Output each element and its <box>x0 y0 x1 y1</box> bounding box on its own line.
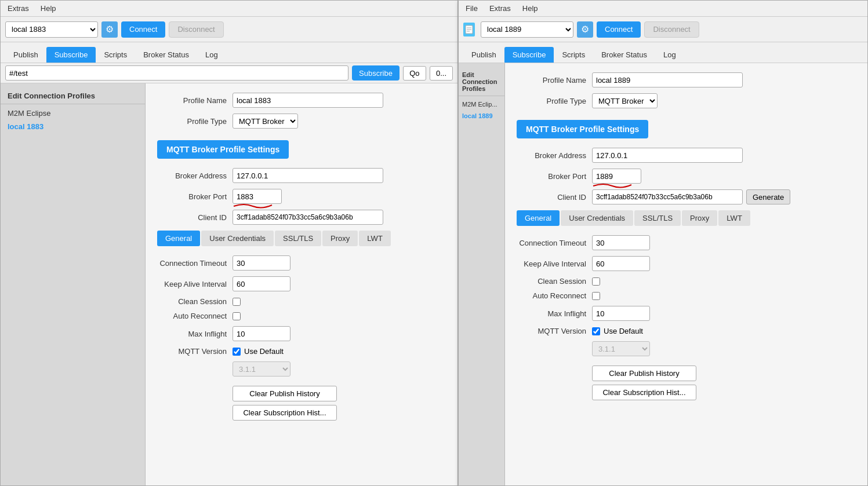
client-id-input-right[interactable] <box>592 189 743 204</box>
subtab-lwt-right[interactable]: LWT <box>718 210 750 226</box>
keep-alive-input-right[interactable] <box>592 256 650 271</box>
sidebar-item-eclipse-right[interactable]: M2M Eclip... <box>459 98 504 110</box>
keep-alive-input-left[interactable] <box>233 276 290 291</box>
disconnect-button-left[interactable]: Disconnect <box>169 21 223 38</box>
profile-name-input-right[interactable] <box>592 72 743 87</box>
broker-address-input-right[interactable] <box>592 148 743 163</box>
menu-help-right[interactable]: Help <box>520 3 540 14</box>
subtab-ssl-right[interactable]: SSL/TLS <box>634 210 681 226</box>
subtab-ssl-left[interactable]: SSL/TLS <box>275 231 321 246</box>
mqtt-version-select-left[interactable]: 3.1.1 <box>233 361 290 377</box>
auto-reconnect-checkbox-left[interactable] <box>233 312 241 320</box>
broker-address-row-left: Broker Address <box>157 168 446 183</box>
sidebar-item-eclipse-left[interactable]: M2M Eclipse <box>1 107 145 120</box>
broker-port-row-left: Broker Port <box>157 189 446 204</box>
mqtt-version-select-right[interactable]: 3.1.1 <box>592 341 650 356</box>
main-content-right: Profile Name Profile Type MQTT Broker MQ… <box>505 63 867 485</box>
tab-publish-right[interactable]: Publish <box>463 47 504 63</box>
broker-address-row-right: Broker Address <box>517 148 856 163</box>
window-right: File Extras Help local 1889 ⚙ Connect Di… <box>458 0 868 486</box>
mqtt-version-label-right: MQTT Version <box>517 327 592 335</box>
connect-button-left[interactable]: Connect <box>121 21 165 38</box>
mqtt-version-checkbox-right[interactable] <box>592 327 600 335</box>
auto-reconnect-checkbox-right[interactable] <box>592 292 600 300</box>
clean-session-checkbox-right[interactable] <box>592 277 600 286</box>
broker-port-row-right: Broker Port <box>517 169 856 184</box>
menu-help-left[interactable]: Help <box>38 3 59 14</box>
max-inflight-input-left[interactable] <box>233 326 290 341</box>
tab-broker-status-right[interactable]: Broker Status <box>593 47 655 63</box>
broker-address-input-left[interactable] <box>233 168 383 183</box>
tab-scripts-left[interactable]: Scripts <box>96 47 135 63</box>
section-header-left: MQTT Broker Profile Settings <box>157 134 446 168</box>
max-inflight-row-right: Max Inflight <box>517 306 856 321</box>
tab-log-right[interactable]: Log <box>655 47 684 63</box>
subscribe-options-left[interactable]: 0... <box>430 66 453 81</box>
section-header-right: MQTT Broker Profile Settings <box>517 114 856 148</box>
client-id-input-left[interactable] <box>233 210 383 225</box>
broker-port-input-left[interactable] <box>233 189 282 204</box>
connection-dropdown-left[interactable]: local 1883 <box>5 21 98 38</box>
conn-timeout-input-left[interactable] <box>233 255 290 271</box>
max-inflight-row-left: Max Inflight <box>157 326 446 341</box>
connect-button-right[interactable]: Connect <box>597 21 641 38</box>
conn-timeout-input-right[interactable] <box>592 235 650 250</box>
generate-button-right[interactable]: Generate <box>746 189 790 204</box>
clean-session-label-left: Clean Session <box>157 297 233 306</box>
subtab-proxy-left[interactable]: Proxy <box>322 231 358 246</box>
tab-log-left[interactable]: Log <box>197 47 226 63</box>
broker-port-wrapper-right <box>592 169 641 184</box>
subscribe-qos-left[interactable]: Qo <box>403 66 426 81</box>
tab-subscribe-right[interactable]: Subscribe <box>504 47 554 63</box>
max-inflight-input-right[interactable] <box>592 306 650 321</box>
section-header-text-right: MQTT Broker Profile Settings <box>517 120 648 138</box>
mqtt-version-row-right: MQTT Version Use Default <box>517 327 856 335</box>
auto-reconnect-label-left: Auto Reconnect <box>157 312 233 320</box>
subtab-credentials-right[interactable]: User Credentials <box>561 210 633 226</box>
subtab-credentials-left[interactable]: User Credentials <box>201 231 274 246</box>
menu-file-right[interactable]: File <box>463 3 480 14</box>
content-area-left: Edit Connection Profiles M2M Eclipse loc… <box>1 83 457 485</box>
section-header-text-left: MQTT Broker Profile Settings <box>157 140 289 159</box>
broker-port-input-right[interactable] <box>592 169 641 184</box>
gear-button-left[interactable]: ⚙ <box>101 21 118 38</box>
tab-publish-left[interactable]: Publish <box>5 47 46 63</box>
clear-subscription-history-button-right[interactable]: Clear Subscription Hist... <box>592 385 696 400</box>
gear-button-right[interactable]: ⚙ <box>577 21 593 38</box>
client-id-container-left <box>233 210 383 225</box>
disconnect-button-right[interactable]: Disconnect <box>644 21 699 38</box>
profile-type-row-right: Profile Type MQTT Broker <box>517 93 856 108</box>
profile-type-select-right[interactable]: MQTT Broker <box>592 93 658 108</box>
menu-extras-right[interactable]: Extras <box>487 3 513 14</box>
subtab-proxy-right[interactable]: Proxy <box>682 210 717 226</box>
sidebar-title-right: Edit Connection Profiles <box>459 68 504 96</box>
broker-address-label-left: Broker Address <box>157 171 233 180</box>
max-inflight-label-left: Max Inflight <box>157 330 233 338</box>
clear-publish-history-button-left[interactable]: Clear Publish History <box>233 386 337 401</box>
tab-subscribe-left[interactable]: Subscribe <box>46 47 96 63</box>
client-id-row-left: Client ID <box>157 210 446 225</box>
tab-broker-status-left[interactable]: Broker Status <box>135 47 197 63</box>
mqtt-version-checkbox-left[interactable] <box>233 348 241 356</box>
mqtt-version-label-left: MQTT Version <box>157 347 233 356</box>
sidebar-item-1883-left[interactable]: local 1883 <box>1 120 145 133</box>
menu-extras-left[interactable]: Extras <box>5 3 31 14</box>
subtab-general-right[interactable]: General <box>517 210 560 226</box>
subtab-lwt-left[interactable]: LWT <box>359 231 390 246</box>
subscribe-topic-input-left[interactable] <box>5 65 348 81</box>
subtab-general-left[interactable]: General <box>157 231 200 246</box>
subscribe-input-bar-left: Subscribe Qo 0... <box>1 63 457 83</box>
profile-type-select-left[interactable]: MQTT Broker <box>233 114 298 129</box>
clean-session-checkbox-left[interactable] <box>233 298 241 306</box>
client-id-label-left: Client ID <box>157 213 233 222</box>
subscribe-button-left[interactable]: Subscribe <box>352 65 400 81</box>
mqtt-version-select-row-left: 3.1.1 <box>157 361 446 377</box>
tab-scripts-right[interactable]: Scripts <box>554 47 593 63</box>
clear-publish-history-button-right[interactable]: Clear Publish History <box>592 366 696 381</box>
connection-dropdown-right[interactable]: local 1889 <box>481 21 573 38</box>
doc-icon-right <box>463 23 475 36</box>
profile-name-input-left[interactable] <box>233 93 383 108</box>
app-container: Extras Help local 1883 ⚙ Connect Disconn… <box>0 0 868 486</box>
sidebar-item-1889-right[interactable]: local 1889 <box>459 110 504 122</box>
clear-subscription-history-button-left[interactable]: Clear Subscription Hist... <box>233 405 337 421</box>
